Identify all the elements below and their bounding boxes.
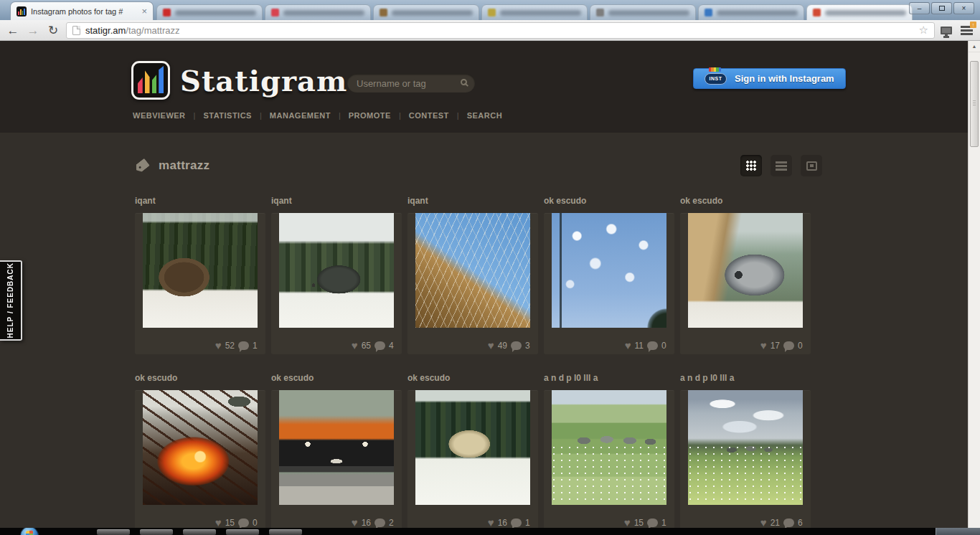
photo-card[interactable]: ♥ 16 1 [407,390,538,531]
restore-button[interactable] [931,2,952,14]
photo-username[interactable]: ok escudo [135,373,265,383]
grid-view-icon [746,161,756,171]
menu-icon[interactable]: ↑ [961,26,973,35]
photo-card[interactable]: ♥ 17 0 [680,213,811,354]
photo-thumbnail-birch-branches-blue-sky-cliff[interactable] [415,213,530,328]
search-box[interactable] [347,74,475,93]
photo-thumbnail-campfire-in-snow[interactable] [143,390,258,505]
blurred-tab-title [392,10,473,16]
background-tab[interactable] [481,4,588,20]
signin-label: Sign in with Instagram [735,73,834,84]
url-path: /tag/mattrazz [126,25,179,36]
photo-card[interactable]: ♥ 21 6 [680,390,811,531]
background-tab[interactable] [698,4,804,20]
tab-close-icon[interactable]: × [141,6,147,16]
active-tab[interactable]: Instagram photos for tag # × [10,1,154,20]
system-tray[interactable] [936,528,980,535]
restore-icon [939,6,945,11]
photo-username[interactable]: a n d p l0 lll a [544,373,674,383]
background-tab[interactable] [806,4,913,20]
list-view-button[interactable] [771,155,792,176]
scroll-up-arrow-icon[interactable]: ▲ [969,41,980,52]
photo-cell: ok escudo ♥ 15 0 [135,373,265,531]
blurred-tab-title [500,10,581,16]
taskbar-button[interactable] [269,529,302,535]
nav-item-promote[interactable]: PROMOTE [349,111,391,120]
monitor-icon[interactable] [941,27,952,34]
reload-button[interactable]: ↻ [46,24,60,37]
comments-icon [647,341,658,350]
tab-favicon-icon [596,9,604,16]
likes-count: 52 [225,341,235,351]
background-tab[interactable] [590,4,696,20]
nav-item-contest[interactable]: CONTEST [409,111,449,120]
search-icon[interactable] [461,79,467,85]
active-tab-title: Instagram photos for tag # [31,7,137,16]
likes-count: 16 [362,518,371,528]
nav-item-search[interactable]: SEARCH [467,111,502,120]
address-bar[interactable]: statigr.am/tag/mattrazz ☆ [66,22,935,39]
photo-thumbnail-jeeps-in-daisy-field[interactable] [552,390,666,505]
taskbar-button[interactable] [140,529,173,535]
taskbar-button[interactable] [183,529,216,535]
taskbar-button[interactable] [97,529,130,535]
photo-cell: a n d p l0 lll a ♥ 21 6 [680,373,811,531]
photo-card[interactable]: ♥ 15 1 [544,390,674,531]
statigram-favicon-icon [17,6,27,16]
photo-card[interactable]: ♥ 16 2 [271,390,402,531]
nav-item-management[interactable]: MANAGEMENT [270,111,331,120]
photo-username[interactable]: ok escudo [407,373,538,383]
photo-card[interactable]: ♥ 49 3 [407,213,538,354]
photo-cell: a n d p l0 lll a ♥ 15 1 [544,373,674,531]
signin-button[interactable]: INST Sign in with Instagram [693,68,846,89]
nav-item-webviewer[interactable]: WEBVIEWER [133,111,186,120]
statigram-logo[interactable]: Statigram [131,61,347,100]
photo-counts: ♥ 11 0 [625,340,667,351]
photo-card[interactable]: ♥ 11 0 [544,213,674,354]
photo-counts: ♥ 15 0 [215,517,258,528]
comments-count: 1 [525,518,531,528]
help-feedback-tab[interactable]: HELP / FEEDBACK [0,260,22,341]
likes-icon: ♥ [760,517,767,528]
background-tab[interactable] [156,4,263,20]
start-orb-icon[interactable] [20,528,39,535]
photo-username[interactable]: iqant [407,196,538,206]
taskbar-button[interactable] [226,529,259,535]
photo-card[interactable]: ♥ 15 0 [135,390,265,531]
grid-view-button[interactable] [740,155,762,176]
slideshow-view-button[interactable] [801,155,822,176]
comments-icon [511,519,522,527]
search-input[interactable] [347,74,475,93]
photo-thumbnail-gray-suv-beside-rock[interactable] [688,213,803,328]
close-button[interactable]: × [953,2,974,14]
list-view-icon [776,161,787,171]
photo-username[interactable]: ok escudo [271,373,402,383]
photo-thumbnail-snowy-forest-fallen-tree-roots[interactable] [143,213,258,328]
main-content: mattrazz iqant ♥ 52 1 iqant ♥ [135,154,811,531]
site-header: Statigram INST Sign in with Instagram WE… [0,41,968,133]
back-button[interactable]: ← [6,24,20,37]
scrollbar-thumb[interactable] [970,61,979,147]
photo-card[interactable]: ♥ 65 4 [271,213,402,354]
minimize-button[interactable]: – [909,2,930,14]
photo-thumbnail-orange-offroad-truck-front[interactable] [279,390,394,505]
photo-username[interactable]: iqant [271,196,402,206]
photo-username[interactable]: ok escudo [544,196,674,206]
photo-thumbnail-suv-in-snow-with-people[interactable] [279,213,394,328]
taskbar-buttons [97,529,302,535]
background-tab[interactable] [265,4,371,20]
forward-button[interactable]: → [26,24,40,37]
photo-username[interactable]: a n d p l0 lll a [680,373,811,383]
photo-grid: iqant ♥ 52 1 iqant ♥ 65 4 iqant [135,196,811,531]
background-tab[interactable] [373,4,479,20]
nav-item-statistics[interactable]: STATISTICS [203,111,252,120]
comments-icon [374,519,385,527]
photo-thumbnail-vehicles-in-green-meadow[interactable] [688,390,803,505]
photo-username[interactable]: ok escudo [680,196,811,206]
scrollbar[interactable]: ▲ [968,41,980,535]
photo-username[interactable]: iqant [135,196,265,206]
bookmark-star-icon[interactable]: ☆ [919,24,928,37]
photo-card[interactable]: ♥ 52 1 [135,213,265,354]
photo-thumbnail-landrover-convoy-snow-trail[interactable] [415,390,530,505]
photo-thumbnail-blue-sky-clouds-bare-trees[interactable] [552,213,666,328]
